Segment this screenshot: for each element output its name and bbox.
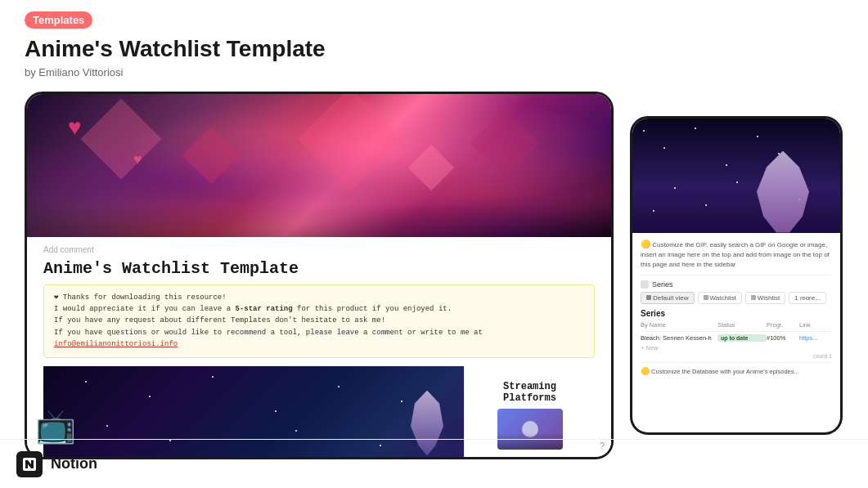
series-icon [641, 280, 649, 289]
bottom-customize-note: 🟡 Customize the Database with your Anime… [641, 362, 832, 377]
tab-wishlist[interactable]: Wishlist [745, 292, 786, 304]
series-label-text: Series [652, 280, 673, 289]
anime-banner: ♥ ♥ [27, 94, 611, 237]
info-line1: ❤️ Thanks for downloading this resource! [54, 292, 584, 303]
templates-badge[interactable]: Templates [25, 11, 92, 29]
row-link[interactable]: https... [799, 334, 832, 342]
info-line3: If you have any request about different … [54, 315, 584, 326]
customize-gif-note: 🟡 Customize the GIF, easily search a GIF… [641, 238, 832, 275]
page-subtitle: by Emiliano Vittoriosi [25, 66, 843, 78]
device-content: Add comment Anime's Watchlist Template ❤… [27, 237, 611, 457]
info-line4: If you have questions or would like to r… [54, 327, 584, 338]
tab-watchlist-label: Watchlist [710, 294, 736, 302]
header-section: Templates Anime's Watchlist Template by … [0, 0, 868, 92]
table-row[interactable]: Bleach: Sennen Kessen-h up to date #100%… [641, 334, 832, 342]
tab-default-label: Default view [653, 294, 689, 302]
main-content: ♥ ♥ Add comment Anime's Watchlist Templa… [0, 92, 868, 459]
footer: Notion [0, 439, 868, 488]
heart-icon-1: ♥ [68, 114, 82, 141]
email-link[interactable]: info@emilianonittoriosi.info [54, 340, 178, 348]
tab-watchlist[interactable]: Watchlist [698, 292, 742, 304]
info-line2: I would appreciate it if you can leave a… [54, 303, 584, 315]
right-device-inner: 🟡 Customize the GIF, easily search a GIF… [632, 119, 840, 432]
tab-more-label: 1 more... [794, 294, 821, 302]
tab-dot-1 [646, 295, 651, 300]
heart-emoji: ❤️ [54, 293, 58, 302]
tab-default-view[interactable]: Default view [641, 292, 695, 304]
notion-logo-icon [21, 456, 38, 472]
streaming-title: StreamingPlatforms [503, 381, 556, 404]
rating-highlight: 5-star rating [235, 305, 292, 313]
info-link[interactable]: info@emilianonittoriosi.info [54, 338, 584, 350]
watchlist-title: Anime's Watchlist Template [43, 259, 595, 278]
tab-more[interactable]: 1 more... [789, 292, 826, 304]
heart-icon-2: ♥ [133, 151, 142, 168]
col-name: By Name [641, 321, 717, 329]
add-new-row[interactable]: + New [641, 344, 832, 351]
row-progress: #100% [767, 334, 799, 342]
col-progress: Progr. [767, 321, 799, 329]
status-badge: up to date [717, 334, 767, 342]
right-device-content: 🟡 Customize the GIF, easily search a GIF… [632, 233, 840, 382]
notion-brand-name: Notion [51, 455, 97, 472]
tab-dot-2 [704, 295, 708, 300]
add-comment-label[interactable]: Add comment [43, 245, 595, 254]
col-link: Link [799, 321, 832, 329]
page-title: Anime's Watchlist Template [25, 35, 843, 63]
notion-logo [16, 451, 43, 477]
info-box: ❤️ Thanks for downloading this resource!… [43, 284, 595, 358]
row-name: Bleach: Sennen Kessen-h [641, 334, 717, 342]
count-text: count 1 [641, 353, 832, 359]
series-label: Series [641, 280, 832, 289]
bottom-text: Customize the Database with your Anime's… [651, 368, 799, 375]
tab-wishlist-label: Wishlist [758, 294, 780, 302]
left-device-inner: ♥ ♥ Add comment Anime's Watchlist Templa… [27, 94, 611, 457]
left-device: ♥ ♥ Add comment Anime's Watchlist Templa… [25, 92, 614, 459]
col-status: Status [717, 321, 767, 329]
bottom-emoji: 🟡 [641, 367, 650, 375]
banner-gradient [27, 204, 611, 237]
tabs-row[interactable]: Default view Watchlist Wishlist 1 more..… [641, 292, 832, 304]
right-banner [632, 119, 840, 233]
table-header: By Name Status Progr. Link [641, 321, 832, 332]
right-banner-stars [632, 119, 840, 233]
series-section-title: Series [641, 309, 832, 318]
customize-text: Customize the GIF, easily search a GIF o… [641, 241, 830, 268]
tab-dot-3 [751, 295, 756, 300]
customize-emoji: 🟡 [641, 240, 650, 248]
right-device: 🟡 Customize the GIF, easily search a GIF… [630, 116, 843, 435]
